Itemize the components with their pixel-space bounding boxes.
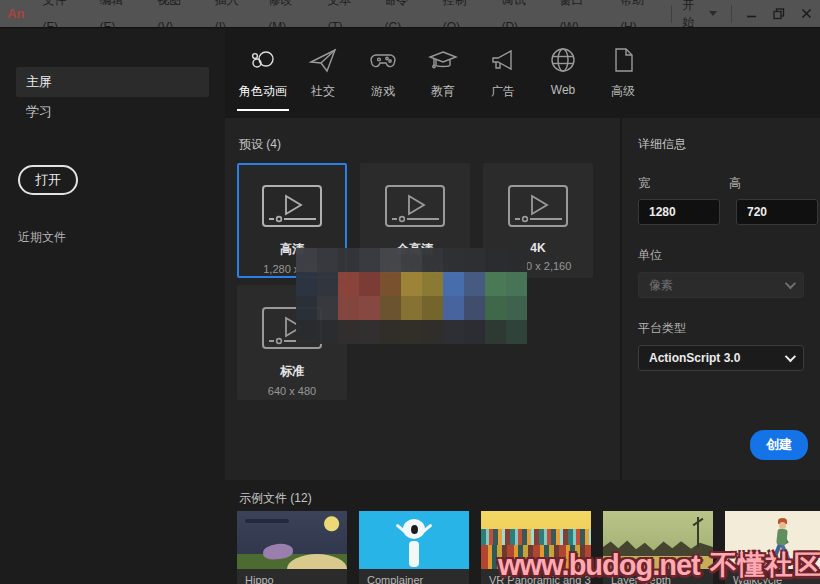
gamepad-icon bbox=[368, 43, 398, 77]
tab-ads[interactable]: 广告 bbox=[473, 43, 533, 111]
active-tab-underline bbox=[237, 109, 289, 111]
art-shape bbox=[780, 543, 791, 560]
sample-card-complainer[interactable]: Complainer bbox=[359, 511, 469, 584]
sample-card-layer-depth[interactable]: Layer Depth bbox=[603, 511, 713, 584]
restore-icon bbox=[773, 8, 785, 20]
complainer-thumbnail bbox=[359, 511, 469, 569]
recent-files-label: 近期文件 bbox=[18, 229, 225, 246]
chevron-down-icon bbox=[785, 278, 796, 289]
sample-label: Walkcycle bbox=[725, 569, 820, 584]
art-shape bbox=[409, 541, 419, 567]
walkcycle-thumbnail bbox=[725, 511, 820, 569]
workspace-switcher[interactable]: 开始 bbox=[672, 0, 727, 27]
width-input[interactable] bbox=[638, 199, 720, 225]
paper-plane-icon bbox=[308, 43, 338, 77]
sample-card-walkcycle[interactable]: Walkcycle bbox=[725, 511, 820, 584]
samples-section: 示例文件 (12) Hippo Complainer bbox=[225, 480, 820, 584]
workspace-label: 开始 bbox=[682, 0, 703, 31]
censor-mosaic bbox=[296, 248, 527, 344]
sidebar: 主屏 学习 打开 近期文件 bbox=[0, 29, 225, 584]
sidebar-item-home[interactable]: 主屏 bbox=[16, 67, 209, 97]
vr-panoramic-thumbnail bbox=[481, 511, 591, 569]
character-animation-icon bbox=[248, 43, 278, 77]
samples-header: 示例文件 (12) bbox=[225, 480, 820, 507]
globe-icon bbox=[548, 43, 578, 77]
height-label: 高 bbox=[729, 175, 804, 192]
sample-card-hippo[interactable]: Hippo bbox=[237, 511, 347, 584]
preset-title: 4K bbox=[530, 241, 545, 255]
video-preset-icon bbox=[506, 183, 570, 235]
unit-value: 像素 bbox=[649, 277, 673, 294]
minimize-button[interactable] bbox=[738, 0, 765, 27]
titlebar-right: 开始 bbox=[672, 0, 820, 27]
sample-label: Complainer bbox=[359, 569, 469, 584]
art-shape bbox=[603, 556, 713, 569]
video-preset-icon bbox=[383, 183, 447, 235]
details-panel: 详细信息 宽 高 单位 像素 平台类型 ActionScript 3.0 创建 bbox=[622, 118, 820, 480]
tab-label: Web bbox=[551, 83, 575, 97]
tab-games[interactable]: 游戏 bbox=[353, 43, 413, 111]
layer-depth-thumbnail bbox=[603, 511, 713, 569]
titlebar: An 文件(F) 编辑(E) 视图(V) 插入(I) 修改(M) 文本(T) 命… bbox=[0, 0, 820, 28]
sample-label: VR Panoramic and 360 ... bbox=[481, 569, 591, 584]
sidebar-item-learn[interactable]: 学习 bbox=[16, 97, 209, 127]
create-button[interactable]: 创建 bbox=[750, 430, 808, 460]
tab-advanced[interactable]: 高级 bbox=[593, 43, 653, 111]
menubar: 文件(F) 编辑(E) 视图(V) 插入(I) 修改(M) 文本(T) 命令(C… bbox=[32, 0, 673, 27]
unit-label: 单位 bbox=[638, 247, 804, 264]
restore-button[interactable] bbox=[765, 0, 792, 27]
presets-header: 预设 (4) bbox=[225, 118, 620, 153]
tab-social[interactable]: 社交 bbox=[293, 43, 353, 111]
tab-label: 游戏 bbox=[371, 83, 395, 100]
hippo-thumbnail bbox=[237, 511, 347, 569]
sample-label: Hippo bbox=[237, 569, 347, 584]
sample-label: Layer Depth bbox=[603, 569, 713, 584]
height-input[interactable] bbox=[736, 199, 818, 225]
tab-label: 角色动画 bbox=[239, 83, 287, 100]
close-icon bbox=[801, 8, 812, 19]
tab-character-animation[interactable]: 角色动画 bbox=[233, 43, 293, 111]
close-button[interactable] bbox=[793, 0, 820, 27]
sample-card-vr-panoramic[interactable]: VR Panoramic and 360 ... bbox=[481, 511, 591, 584]
animate-app-logo: An bbox=[0, 6, 32, 21]
tab-label: 教育 bbox=[431, 83, 455, 100]
art-shape bbox=[245, 519, 289, 523]
art-shape bbox=[411, 525, 418, 534]
platform-select[interactable]: ActionScript 3.0 bbox=[638, 345, 804, 371]
animate-start-screen: An 文件(F) 编辑(E) 视图(V) 插入(I) 修改(M) 文本(T) 命… bbox=[0, 0, 820, 584]
width-label: 宽 bbox=[638, 175, 713, 192]
graduation-cap-icon bbox=[428, 43, 458, 77]
art-shape bbox=[287, 554, 347, 569]
tab-label: 高级 bbox=[611, 83, 635, 100]
art-shape bbox=[776, 529, 788, 546]
document-icon bbox=[608, 43, 638, 77]
tab-label: 社交 bbox=[311, 83, 335, 100]
minimize-icon bbox=[746, 8, 757, 19]
details-header: 详细信息 bbox=[622, 118, 820, 153]
chevron-down-icon bbox=[709, 11, 717, 16]
video-preset-icon bbox=[260, 183, 324, 235]
platform-value: ActionScript 3.0 bbox=[649, 351, 740, 365]
samples-row: Hippo Complainer VR Panoramic and 360 ..… bbox=[237, 511, 820, 584]
chevron-down-icon bbox=[785, 351, 796, 362]
tab-web[interactable]: Web bbox=[533, 43, 593, 108]
art-shape bbox=[481, 545, 591, 569]
dimension-inputs bbox=[638, 199, 804, 225]
unit-select[interactable]: 像素 bbox=[638, 272, 804, 298]
tab-label: 广告 bbox=[491, 83, 515, 100]
dimension-labels: 宽 高 bbox=[638, 175, 804, 192]
art-shape bbox=[779, 522, 786, 529]
preset-title: 标准 bbox=[280, 363, 304, 380]
megaphone-icon bbox=[488, 43, 518, 77]
tab-education[interactable]: 教育 bbox=[413, 43, 473, 111]
preset-size: 640 x 480 bbox=[268, 385, 316, 397]
art-shape bbox=[262, 542, 293, 560]
window-controls-separator bbox=[731, 5, 732, 23]
category-tabstrip: 角色动画 社交 游戏 教育 广告 bbox=[225, 29, 820, 118]
open-button[interactable]: 打开 bbox=[18, 165, 78, 195]
platform-label: 平台类型 bbox=[638, 320, 804, 337]
